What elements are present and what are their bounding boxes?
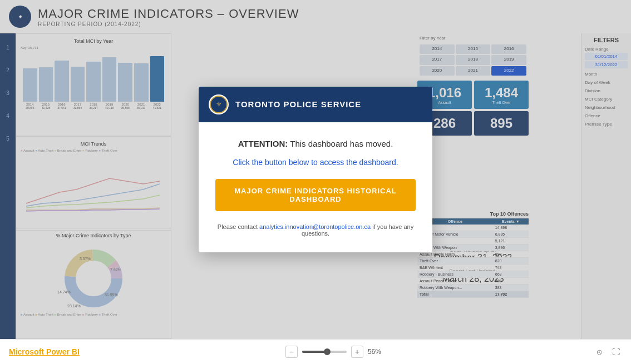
bottom-icons: ⎋ ⛶ bbox=[593, 346, 622, 358]
attention-label: ATTENTION: bbox=[238, 139, 288, 148]
share-icon[interactable]: ⎋ bbox=[593, 346, 605, 358]
attention-text: This dashboard has moved. bbox=[288, 139, 393, 148]
modal-logo bbox=[209, 94, 229, 114]
modal-logo-inner bbox=[210, 96, 228, 113]
zoom-slider[interactable] bbox=[302, 351, 347, 353]
contact-prefix: Please contact bbox=[218, 223, 259, 230]
zoom-percent-label: 56% bbox=[368, 348, 387, 356]
click-text: Click the button below to access the das… bbox=[215, 158, 416, 167]
zoom-plus-button[interactable]: + bbox=[351, 346, 363, 358]
zoom-slider-thumb bbox=[324, 348, 331, 355]
modal-body: ATTENTION: This dashboard has moved. Cli… bbox=[199, 122, 432, 253]
attention-paragraph: ATTENTION: This dashboard has moved. bbox=[215, 138, 416, 151]
dashboard-redirect-button[interactable]: MAJOR CRIME INDICATORS HISTORICAL DASHBO… bbox=[215, 179, 416, 211]
powerbi-link[interactable]: Microsoft Power BI bbox=[9, 347, 80, 356]
modal-overlay: TORONTO POLICE SERVICE ATTENTION: This d… bbox=[0, 0, 631, 339]
modal-header: TORONTO POLICE SERVICE bbox=[199, 87, 432, 122]
zoom-minus-button[interactable]: − bbox=[285, 346, 298, 358]
fullscreen-icon[interactable]: ⛶ bbox=[610, 346, 622, 358]
zoom-controls: − + 56% bbox=[285, 346, 387, 358]
contact-text: Please contact analytics.innovation@toro… bbox=[215, 223, 416, 237]
modal-header-title: TORONTO POLICE SERVICE bbox=[235, 99, 361, 109]
zoom-slider-fill bbox=[302, 351, 327, 353]
modal-dialog: TORONTO POLICE SERVICE ATTENTION: This d… bbox=[199, 87, 432, 253]
contact-email-link[interactable]: analytics.innovation@torontopolice.on.ca bbox=[259, 223, 371, 230]
bottom-bar: Microsoft Power BI − + 56% ⎋ ⛶ bbox=[0, 339, 631, 364]
